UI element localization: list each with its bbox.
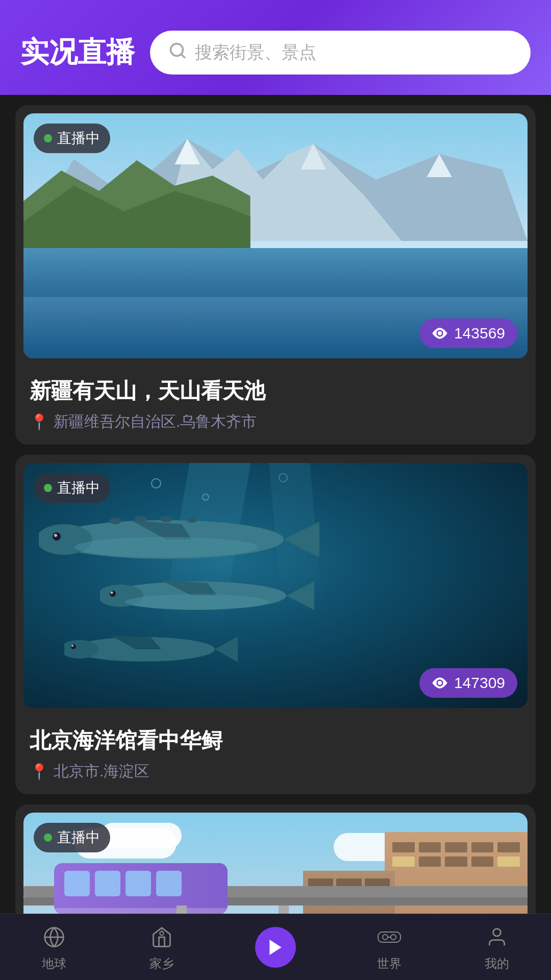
live-dot-3 [44, 834, 52, 842]
svg-point-34 [160, 932, 163, 935]
svg-marker-11 [284, 522, 319, 557]
svg-point-39 [493, 928, 501, 936]
svg-point-13 [74, 537, 258, 557]
svg-line-1 [181, 54, 185, 57]
card-2-title: 北京海洋馆看中华鲟 [30, 726, 521, 755]
search-placeholder: 搜索街景、景点 [195, 41, 316, 64]
home-icon [147, 923, 176, 951]
content-area: 直播中 143569 新疆有天山，天山看天池 📍 新疆维吾尔自治区.乌鲁木齐市 [0, 95, 551, 980]
bottom-nav: 地球 家乡 世界 [0, 914, 551, 980]
svg-point-17 [135, 516, 147, 522]
svg-point-36 [383, 935, 388, 940]
svg-point-25 [110, 591, 116, 597]
svg-point-37 [391, 935, 396, 940]
location-icon: 📍 [30, 413, 48, 431]
svg-point-32 [71, 645, 73, 647]
card-1-image: 直播中 143569 [23, 113, 528, 358]
card-2-info: 北京海洋馆看中华鲟 📍 北京市.海淀区 [15, 716, 536, 794]
svg-point-15 [54, 534, 57, 537]
search-bar[interactable]: 搜索街景、景点 [150, 31, 531, 75]
card-2[interactable]: 直播中 147309 北京海洋馆看中华鲟 📍 北京市.海淀区 [15, 455, 536, 794]
live-dot-2 [44, 484, 52, 492]
svg-marker-29 [215, 636, 238, 662]
profile-icon [483, 923, 511, 951]
nav-label-home: 家乡 [149, 955, 174, 972]
search-icon [168, 41, 187, 64]
nav-label-mine: 我的 [485, 955, 509, 972]
live-dot [44, 134, 52, 142]
card-1-view-badge: 143569 [419, 318, 517, 348]
location-icon-2: 📍 [30, 763, 48, 780]
nav-label-world: 世界 [377, 955, 402, 972]
card-1-title: 新疆有天山，天山看天池 [30, 377, 521, 405]
globe-icon [40, 923, 68, 951]
nav-item-home[interactable]: 家乡 [147, 923, 176, 972]
svg-point-24 [126, 594, 268, 609]
live-icon [255, 927, 296, 968]
svg-point-18 [160, 516, 172, 522]
svg-point-16 [109, 518, 121, 524]
card-1[interactable]: 直播中 143569 新疆有天山，天山看天池 📍 新疆维吾尔自治区.乌鲁木齐市 [15, 105, 536, 445]
svg-marker-22 [286, 581, 314, 610]
svg-point-26 [111, 592, 113, 594]
card-2-view-badge: 147309 [419, 668, 517, 698]
card-1-info: 新疆有天山，天山看天池 📍 新疆维吾尔自治区.乌鲁木齐市 [15, 366, 536, 445]
nav-item-world[interactable]: 世界 [375, 923, 404, 972]
nav-item-mine[interactable]: 我的 [483, 923, 511, 972]
card-1-live-badge: 直播中 [34, 124, 110, 153]
nav-label-globe: 地球 [42, 955, 66, 972]
card-1-location: 📍 新疆维吾尔自治区.乌鲁木齐市 [30, 411, 521, 432]
app-title: 实况直播 [20, 33, 135, 72]
vr-icon [375, 923, 404, 951]
card-2-live-badge: 直播中 [34, 473, 110, 503]
card-3-live-badge: 直播中 [34, 823, 110, 852]
nav-item-live[interactable] [255, 927, 296, 968]
header: 实况直播 搜索街景、景点 [0, 0, 551, 95]
nav-item-globe[interactable]: 地球 [40, 923, 68, 972]
svg-point-19 [187, 518, 197, 523]
card-2-image: 直播中 147309 [23, 463, 528, 708]
card-2-location: 📍 北京市.海淀区 [30, 761, 521, 782]
svg-point-31 [71, 644, 76, 649]
